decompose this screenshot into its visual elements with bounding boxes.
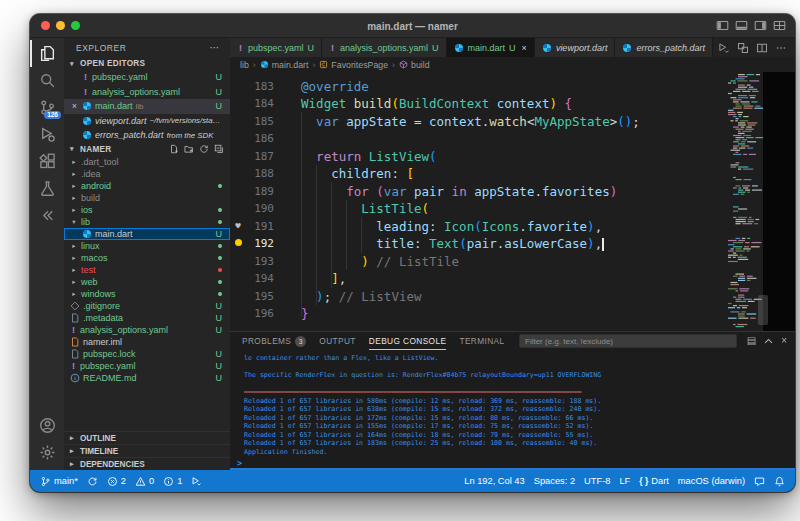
code-line-189[interactable]: 189 for (var pair in appState.favorites) — [230, 183, 727, 201]
tree-item-web[interactable]: ▸web — [64, 276, 230, 288]
console-filter-input[interactable] — [519, 334, 737, 348]
new-file-button[interactable] — [169, 144, 179, 154]
status-1[interactable]: 1 — [163, 476, 182, 487]
toggle-panel-button[interactable] — [735, 19, 748, 32]
status-2[interactable]: 2 — [107, 476, 126, 487]
code-line-186[interactable]: 186 — [230, 130, 727, 148]
activity-settings[interactable] — [30, 439, 64, 466]
status-lf[interactable]: LF — [619, 476, 630, 486]
status-utf-8[interactable]: UTF-8 — [584, 476, 610, 486]
workspace-root-header[interactable]: ▾ NAMER — [64, 143, 230, 156]
open-editor-item[interactable]: !analysis_options.yamlU — [64, 85, 230, 100]
collapse-all-button[interactable] — [214, 144, 224, 154]
open-editor-item[interactable]: !pubspec.yamlU — [64, 70, 230, 85]
code-line-190[interactable]: 190 ListTile( — [230, 200, 727, 218]
tab-main.dart[interactable]: main.dartU× — [447, 38, 535, 57]
tree-item-.metadata[interactable]: .metadataU — [64, 312, 230, 324]
activity-account[interactable] — [30, 412, 64, 439]
status-debug[interactable] — [191, 476, 202, 487]
panel-views-icon[interactable]: ▤ — [747, 336, 756, 346]
status-sync[interactable] — [87, 476, 98, 487]
close-icon[interactable]: × — [520, 43, 527, 53]
minimap[interactable] — [727, 72, 763, 331]
breadcrumb-item-lib[interactable]: lib — [240, 60, 249, 70]
tab-viewport.dart[interactable]: viewport.dart — [535, 38, 616, 57]
more-actions-button[interactable] — [775, 42, 787, 54]
tree-item-android[interactable]: ▸android — [64, 180, 230, 192]
status-0[interactable]: 0 — [135, 476, 154, 487]
open-editors-header[interactable]: ▾ OPEN EDITORS — [64, 57, 230, 70]
tree-item-pubspec.yaml[interactable]: !pubspec.yamlU — [64, 360, 230, 372]
section-dependencies[interactable]: ▸DEPENDENCIES — [64, 457, 230, 470]
open-editor-item[interactable]: ×main.dartlibU — [64, 99, 230, 114]
tree-item-lib[interactable]: ▾lib — [64, 216, 230, 228]
tab-analysis_options.yaml[interactable]: !analysis_options.yamlU — [322, 38, 447, 57]
tree-item-.gitignore[interactable]: .gitignoreU — [64, 300, 230, 312]
code-line-192[interactable]: 192 title: Text(pair.asLowerCase), — [230, 235, 727, 253]
status-bell[interactable] — [774, 476, 785, 487]
breadcrumb-item-FavoritesPage[interactable]: FavoritesPage — [319, 60, 388, 70]
refresh-button[interactable] — [199, 144, 209, 154]
tree-item-ios[interactable]: ▸ios — [64, 204, 230, 216]
code-line-194[interactable]: 194 ], — [230, 270, 727, 288]
status-ln-192-col-43[interactable]: Ln 192, Col 43 — [464, 476, 524, 486]
tree-item-build[interactable]: ▸build — [64, 192, 230, 204]
open-editor-item[interactable]: errors_patch.dartfrom the SDK — [64, 128, 230, 143]
code-line-188[interactable]: 188 children: [ — [230, 165, 727, 183]
tree-item-.idea[interactable]: ▸.idea — [64, 168, 230, 180]
tab-pubspec.yaml[interactable]: !pubspec.yamlU — [230, 38, 322, 57]
close-icon[interactable]: × — [70, 101, 79, 111]
activity-extensions[interactable] — [30, 148, 64, 175]
code-line-193[interactable]: 193 ) // ListTile — [230, 253, 727, 271]
code-line-183[interactable]: 183 @override — [230, 78, 727, 96]
activity-run-debug[interactable] — [30, 121, 64, 148]
status-feedback[interactable] — [754, 476, 765, 487]
panel-tab-problems[interactable]: PROBLEMS3 — [242, 332, 306, 350]
activity-explorer[interactable] — [30, 40, 64, 67]
activity-references[interactable] — [30, 202, 64, 229]
section-outline[interactable]: ▸OUTLINE — [64, 431, 230, 444]
tree-item-main.dart[interactable]: main.dartU — [64, 228, 230, 240]
code-editor[interactable]: 182183 @override184 Widget build(BuildCo… — [230, 72, 795, 331]
code-line-185[interactable]: 185 var appState = context.watch<MyAppSt… — [230, 113, 727, 131]
tab-errors_patch.dart[interactable]: errors_patch.dart — [615, 38, 713, 57]
tree-item-analysis_options.yaml[interactable]: !analysis_options.yamlU — [64, 324, 230, 336]
tree-item-README.md[interactable]: README.mdU — [64, 372, 230, 384]
status-spaces-2[interactable]: Spaces: 2 — [534, 476, 575, 486]
open-changes-button[interactable] — [737, 42, 749, 54]
toggle-secondary-sidebar-button[interactable] — [754, 19, 767, 32]
lightbulb-icon[interactable] — [235, 239, 242, 246]
new-folder-button[interactable] — [184, 144, 194, 154]
breadcrumb-item-build[interactable]: build — [399, 60, 430, 70]
status-dart[interactable]: { }Dart — [639, 476, 669, 486]
section-timeline[interactable]: ▸TIMELINE — [64, 444, 230, 457]
panel-tab-terminal[interactable]: TERMINAL — [459, 332, 504, 350]
code-line-184[interactable]: 184 Widget build(BuildContext context) { — [230, 95, 727, 113]
tree-item-windows[interactable]: ▸windows — [64, 288, 230, 300]
tree-item-pubspec.lock[interactable]: pubspec.lockU — [64, 348, 230, 360]
activity-source-control[interactable]: 126 — [30, 94, 64, 121]
open-editor-item[interactable]: viewport.dart~/fvm/versions/stable/packa… — [64, 114, 230, 129]
tree-item-macos[interactable]: ▸macos — [64, 252, 230, 264]
maximize-panel-button[interactable] — [763, 336, 774, 347]
tree-item-namer.iml[interactable]: namer.iml — [64, 336, 230, 348]
customize-layout-button[interactable] — [773, 19, 786, 32]
code-line-196[interactable]: 196 } — [230, 305, 727, 323]
code-line-187[interactable]: 187 return ListView( — [230, 148, 727, 166]
panel-tab-output[interactable]: OUTPUT — [319, 332, 356, 350]
panel-tab-debug-console[interactable]: DEBUG CONSOLE — [369, 332, 447, 350]
code-line-191[interactable]: ♥191 leading: Icon(Icons.favorite), — [230, 218, 727, 236]
sidebar-more-actions-button[interactable]: ⋯ — [210, 42, 221, 53]
activity-testing[interactable] — [30, 175, 64, 202]
activity-search[interactable] — [30, 67, 64, 94]
close-panel-button[interactable]: × — [781, 336, 787, 346]
toggle-primary-sidebar-button[interactable] — [716, 19, 729, 32]
code-line-195[interactable]: 195 ); // ListView — [230, 288, 727, 306]
status-macos-darwin[interactable]: macOS (darwin) — [678, 476, 745, 486]
run-or-debug-button[interactable] — [718, 42, 730, 54]
tree-item-.dart_tool[interactable]: ▸.dart_tool — [64, 156, 230, 168]
debug-console-input[interactable]: > — [230, 457, 795, 470]
split-editor-button[interactable] — [756, 42, 768, 54]
breadcrumb-item-main.dart[interactable]: main.dart — [260, 60, 309, 70]
tree-item-linux[interactable]: ▸linux — [64, 240, 230, 252]
